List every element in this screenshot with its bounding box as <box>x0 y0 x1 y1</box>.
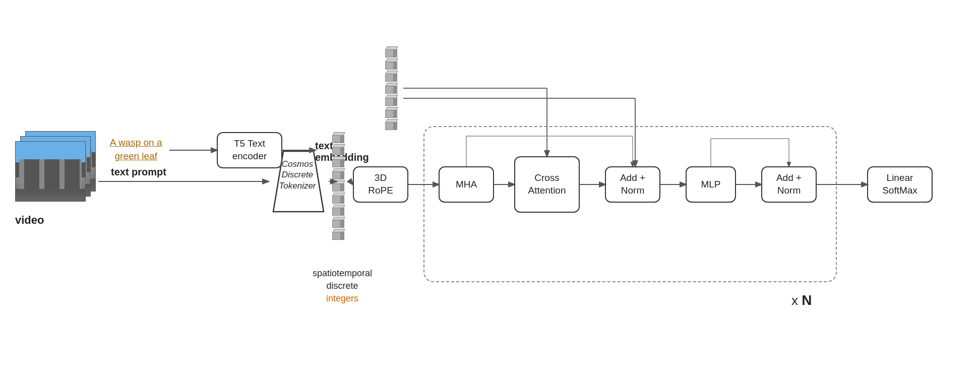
svg-marker-0 <box>273 151 324 212</box>
mha-box: MHA <box>439 166 494 203</box>
scube-8 <box>330 217 344 228</box>
scube-6 <box>330 193 344 204</box>
linear-softmax-box: LinearSoftMax <box>867 166 933 203</box>
mlp-box: MLP <box>686 166 736 203</box>
video-label: video <box>15 214 44 227</box>
scube-5 <box>330 180 344 192</box>
cube-5 <box>383 95 397 106</box>
cube-1 <box>383 46 397 57</box>
scube-1 <box>330 132 344 143</box>
rope-box: 3DRoPE <box>353 166 408 203</box>
add-norm-1-box: Add +Norm <box>605 166 660 203</box>
text-embedding-cubes <box>383 45 397 131</box>
spatio-cubes <box>330 131 344 241</box>
text-prompt-text: A wasp on agreen leaf <box>110 136 162 163</box>
video-frame-front <box>15 141 86 202</box>
cube-4 <box>383 83 397 94</box>
cross-attention-box: CrossAttention <box>514 156 580 213</box>
scube-3 <box>330 156 344 167</box>
xn-label: x N <box>791 292 812 308</box>
spatio-label: spatiotemporaldiscreteintegers <box>313 267 372 305</box>
add-norm-2-box: Add +Norm <box>761 166 817 203</box>
video-input: video <box>15 131 96 212</box>
cube-7 <box>383 119 397 130</box>
cube-3 <box>383 71 397 82</box>
scube-9 <box>330 229 344 240</box>
text-prompt-label: text prompt <box>111 166 166 178</box>
scube-4 <box>330 168 344 179</box>
transformer-block <box>423 126 837 282</box>
diagram: video A wasp on agreen leaf text prompt … <box>0 0 980 374</box>
integers-label: integers <box>326 293 358 303</box>
cube-2 <box>383 58 397 70</box>
scube-2 <box>330 144 344 155</box>
cosmos-tokenizer <box>268 146 329 217</box>
cube-6 <box>383 107 397 118</box>
scube-7 <box>330 205 344 216</box>
